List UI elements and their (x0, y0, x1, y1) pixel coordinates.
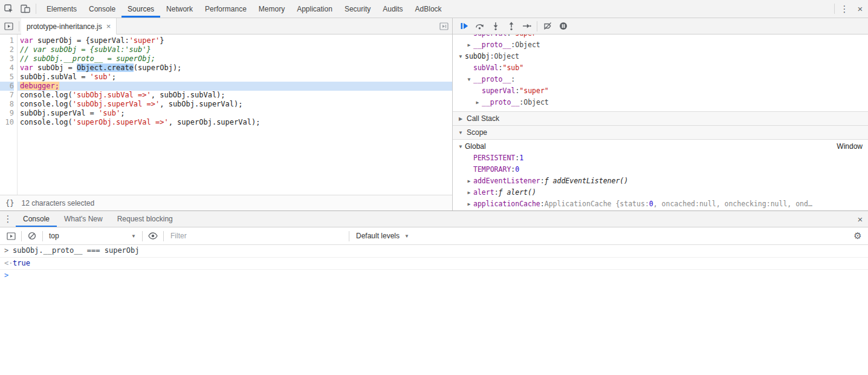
code-line[interactable]: console.log('subObj.superVal =>', subObj… (18, 100, 452, 109)
tree-row[interactable]: ▼__proto__: (453, 74, 868, 85)
line-number[interactable]: 4 (0, 64, 14, 73)
code-line[interactable]: subObj.superVal = 'sub'; (18, 109, 452, 118)
triangle-down-icon[interactable]: ▼ (456, 141, 465, 152)
code-line[interactable]: var subObj = Object.create(superObj); (18, 64, 452, 73)
tree-row[interactable]: PERSISTENT: 1 (453, 152, 868, 164)
property-name: superVal (473, 34, 507, 39)
console-settings-gear-icon[interactable]: ⚙ (850, 228, 866, 244)
name-value-separator: : (515, 85, 519, 97)
step-out-icon[interactable] (504, 19, 519, 33)
code-line[interactable]: // var subObj = {subVal:'sub'} (18, 45, 452, 54)
drawer-more-menu-icon[interactable]: ⋮ (0, 211, 16, 227)
divider (21, 231, 22, 241)
console-input-row: >subObj.__proto__ === superObj (0, 245, 868, 258)
tree-row[interactable]: ▶alert: ƒ alert() (453, 187, 868, 198)
drawer-tab-what-s-new[interactable]: What's New (57, 211, 110, 227)
step-into-icon[interactable] (488, 19, 503, 33)
tab-performance[interactable]: Performance (199, 0, 253, 18)
tree-row[interactable]: superVal: "super" (453, 34, 868, 39)
file-tab[interactable]: prototype-inheritance.js × (21, 18, 117, 34)
tab-security[interactable]: Security (338, 0, 377, 18)
tab-application[interactable]: Application (291, 0, 338, 18)
console-result-arrow-icon: <· (4, 258, 13, 270)
line-number[interactable]: 10 (0, 118, 14, 127)
tab-close-icon[interactable]: × (106, 22, 111, 30)
panel-right-toggle-icon[interactable] (435, 18, 452, 34)
tab-console[interactable]: Console (83, 0, 121, 18)
code-token: ; (120, 109, 125, 117)
tab-elements[interactable]: Elements (40, 0, 83, 18)
code-editor[interactable]: 12345678910 var superObj = {superVal:'su… (0, 34, 452, 195)
execution-context-value: top (49, 232, 59, 240)
log-levels-dropdown[interactable]: Default levels ▼ (351, 232, 414, 240)
tree-row[interactable]: superVal: "super" (453, 85, 868, 97)
step-over-icon[interactable] (472, 19, 487, 33)
triangle-down-icon[interactable]: ▼ (465, 74, 473, 85)
drawer-tab-console[interactable]: Console (16, 211, 57, 227)
code-line[interactable]: debugger; (18, 82, 452, 91)
close-drawer-icon[interactable]: × (852, 211, 868, 227)
tree-row[interactable]: subVal: "sub" (453, 62, 868, 74)
triangle-right-icon[interactable]: ▶ (465, 175, 473, 187)
code-line[interactable]: console.log('subObj.subVal =>', subObj.s… (18, 91, 452, 100)
editor-status-bar: {} 12 characters selected (0, 195, 452, 210)
clear-console-icon[interactable] (24, 228, 40, 244)
pause-on-exceptions-icon[interactable] (555, 19, 571, 33)
name-value-separator: : (511, 164, 515, 175)
tab-adblock[interactable]: AdBlock (409, 0, 448, 18)
console-sidebar-toggle-icon[interactable] (2, 228, 19, 244)
console-filter-input[interactable] (166, 232, 347, 240)
tab-memory[interactable]: Memory (253, 0, 291, 18)
code-token: var (20, 36, 33, 45)
code-line[interactable]: var superObj = {superVal:'super'} (18, 36, 452, 45)
code-token: (superObj); (134, 64, 181, 72)
device-toolbar-icon[interactable] (17, 1, 34, 17)
resume-icon[interactable] (456, 19, 471, 33)
code-token: 'super' (129, 36, 160, 45)
line-number[interactable]: 7 (0, 91, 14, 100)
more-menu-icon[interactable]: ⋮ (837, 1, 852, 17)
tree-row[interactable]: ▶applicationCache: ApplicationCache {sta… (453, 198, 868, 210)
tree-row[interactable]: ▼GlobalWindow (453, 141, 868, 152)
step-icon[interactable] (519, 19, 534, 33)
tab-network[interactable]: Network (160, 0, 199, 18)
tree-row[interactable]: ▶addEventListener: ƒ addEventListener() (453, 175, 868, 187)
triangle-right-icon[interactable]: ▶ (465, 187, 473, 198)
deactivate-breakpoints-icon[interactable] (540, 19, 555, 33)
code-token: subObj.subVal = (20, 73, 90, 81)
inspect-icon[interactable] (0, 1, 17, 17)
line-number[interactable]: 6 (0, 82, 14, 91)
close-devtools-icon[interactable]: × (852, 1, 868, 17)
code-token: , superObj.superVal); (169, 118, 261, 126)
pretty-print-icon[interactable]: {} (5, 199, 14, 207)
triangle-right-icon[interactable]: ▶ (473, 97, 482, 108)
tree-row[interactable]: ▶__proto__: Object (453, 39, 868, 51)
code-line[interactable]: subObj.subVal = 'sub'; (18, 73, 452, 82)
line-number[interactable]: 3 (0, 54, 14, 64)
console-prompt-row[interactable]: > (0, 270, 868, 282)
execution-context-dropdown[interactable]: top ▼ (45, 232, 140, 240)
line-number[interactable]: 5 (0, 73, 14, 82)
scope-section-header[interactable]: ▼ Scope (453, 126, 868, 140)
drawer-tab-request-blocking[interactable]: Request blocking (110, 211, 180, 227)
line-number[interactable]: 1 (0, 36, 14, 45)
tree-row[interactable]: ▼subObj: Object (453, 51, 868, 62)
tab-sources[interactable]: Sources (121, 0, 160, 18)
triangle-down-icon[interactable]: ▼ (456, 51, 465, 62)
code-line[interactable]: // subObj.__proto__ = superObj; (18, 54, 452, 64)
tree-row[interactable]: ▶__proto__: Object (453, 97, 868, 108)
triangle-right-icon[interactable]: ▶ (465, 39, 473, 51)
property-name: subObj (465, 51, 490, 62)
line-number[interactable]: 8 (0, 100, 14, 109)
live-expression-eye-icon[interactable] (144, 228, 161, 244)
line-number[interactable]: 9 (0, 109, 14, 118)
code-token: subObj = (33, 64, 77, 72)
triangle-right-icon[interactable]: ▶ (465, 198, 473, 210)
line-number[interactable]: 2 (0, 45, 14, 54)
tree-row[interactable]: TEMPORARY: 0 (453, 164, 868, 175)
code-line[interactable]: console.log('superObj.superVal =>', supe… (18, 118, 452, 127)
navigator-toggle-icon[interactable] (0, 18, 17, 34)
call-stack-section-header[interactable]: ▶ Call Stack (453, 112, 868, 126)
property-value: 1 (519, 152, 523, 164)
tab-audits[interactable]: Audits (377, 0, 409, 18)
